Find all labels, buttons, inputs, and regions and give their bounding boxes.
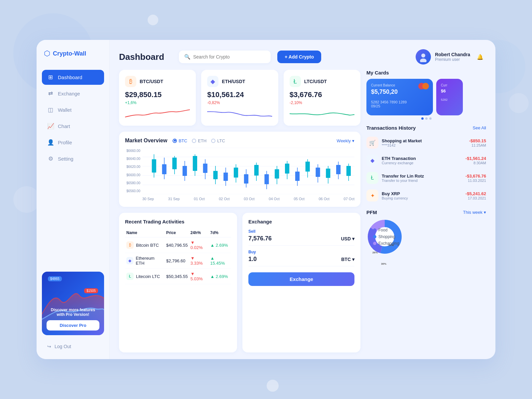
sidebar-label-dashboard: Dashboard	[58, 74, 82, 80]
sell-value: 7,576.76	[248, 235, 272, 242]
logo-text: Crypto-Wall	[53, 50, 86, 57]
transactions-list: 🛒 Shopping at Market ****3142 -$850.15 1…	[366, 134, 486, 204]
pfm-period[interactable]: This week ▾	[463, 210, 486, 215]
tab-eth[interactable]: ETH	[192, 138, 206, 143]
tx-amount: -$1,561.24	[466, 156, 486, 161]
ltc-pair: LTC/USDT	[304, 79, 327, 84]
svg-rect-53	[306, 162, 310, 172]
card-dot-1[interactable]	[421, 117, 424, 120]
card2-number: 5282	[441, 98, 458, 101]
wallet-icon: ◫	[47, 106, 54, 113]
buy-currency-selector[interactable]: BTC ▾	[341, 257, 354, 262]
sidebar-item-setting[interactable]: ⚙ Setting	[42, 151, 104, 166]
sidebar-item-chart[interactable]: 📈 Chart	[42, 119, 104, 134]
tx-amount: -$850.15	[469, 138, 486, 143]
sell-currency-selector[interactable]: USD ▾	[341, 236, 354, 241]
sell-label: Sell	[248, 229, 354, 234]
tx-shop-icon: 🛒	[366, 137, 378, 149]
ltc-card: Ł LTC/USDT $3,676.76 -2,10%	[284, 70, 360, 126]
bottom-row: Recent Trading Activities Name Price 24h…	[119, 213, 360, 352]
sidebar-item-profile[interactable]: 👤 Profile	[42, 135, 104, 150]
legend-exchanging: Exchanging	[373, 241, 399, 246]
col-7d: 7d%	[209, 228, 231, 237]
coin-row: Ł Litecoin LTC	[126, 273, 164, 280]
buy-value: 1.0	[248, 256, 257, 263]
search-icon: 🔍	[184, 54, 191, 60]
profile-icon: 👤	[47, 139, 54, 146]
see-all-transactions[interactable]: See All	[473, 125, 486, 130]
chevron-down-icon: ▾	[352, 236, 354, 241]
sidebar-item-exchange[interactable]: ⇄ Exchange	[42, 86, 104, 101]
sidebar-item-dashboard[interactable]: ⊞ Dashboard	[42, 70, 104, 85]
table-row: ₿ Bitcoin BTC $40,796.55 ▼ 0.02% ▲ 2.69%	[125, 237, 231, 253]
chevron-down-icon: ▾	[352, 138, 354, 143]
svg-rect-51	[295, 172, 300, 181]
card-blue: Current Balance $5,750,20 5282 3456 7890…	[366, 79, 433, 115]
dashboard-grid: ₿ BTC/USDT $29,850.15 +1,6% ◆ ET	[110, 70, 495, 359]
tx-time: 11:25AM	[469, 143, 486, 147]
avatar	[416, 49, 431, 65]
sell-row: 7,576.76 USD ▾	[248, 235, 354, 246]
tab-btc[interactable]: BTC	[173, 138, 187, 143]
promo-card: $4865 $1505 Discover more features with …	[42, 272, 104, 335]
card-balance: $5,750,20	[371, 88, 428, 95]
tx-right: -$1,561.24 8:30AM	[466, 156, 486, 165]
pfm-section: PFM This week ▾	[366, 209, 486, 255]
tx-sub: Currency exchange	[382, 161, 462, 165]
tx-time: 8:30AM	[466, 161, 486, 165]
add-crypto-button[interactable]: + Add Crypto	[277, 51, 321, 63]
candlestick-area: 30 Sep 31 Sep 01 Oct 02 Oct 03 Oct 04 Oc…	[142, 148, 354, 201]
weekly-selector[interactable]: Weekly ▾	[337, 138, 354, 143]
transaction-item: Ł Transfer for Lin Rotz Transfer to your…	[366, 169, 486, 187]
svg-rect-37	[223, 173, 228, 181]
main-content: Dashboard 🔍 + Add Crypto Robert Chandra …	[110, 40, 495, 359]
transactions-title: Transactions History	[366, 125, 416, 131]
dashboard-icon: ⊞	[47, 74, 54, 81]
tx-info: Buy XRP Buying currency	[382, 191, 462, 200]
tx-sub: Transfer to your friend	[382, 179, 462, 183]
radio-ltc	[211, 139, 215, 143]
crypto-cards-row: ₿ BTC/USDT $29,850.15 +1,6% ◆ ET	[119, 70, 360, 126]
tx-info: Transfer for Lin Rotz Transfer to your f…	[382, 174, 462, 183]
exchange-title: Exchange	[248, 219, 354, 224]
user-name: Robert Chandra	[435, 52, 470, 57]
card-dot-2[interactable]	[425, 117, 428, 120]
buy-row: 1.0 BTC ▾	[248, 256, 354, 266]
trading-section: Recent Trading Activities Name Price 24h…	[119, 213, 237, 352]
svg-point-7	[420, 59, 427, 62]
x-axis: 30 Sep 31 Sep 01 Oct 02 Oct 03 Oct 04 Oc…	[142, 197, 354, 201]
sidebar-label-wallet: Wallet	[58, 107, 71, 113]
tx-name: ETH Transaction	[382, 156, 462, 161]
col-name: Name	[125, 228, 165, 237]
search-input[interactable]	[193, 54, 265, 60]
tx-name: Buy XRP	[382, 191, 462, 196]
notification-button[interactable]: 🔔	[474, 51, 486, 63]
pfm-chart-container: 30% 54% 26% Food	[366, 218, 486, 255]
pfm-legend: Food Shopping Exchanging	[373, 228, 399, 246]
transaction-item: 🛒 Shopping at Market ****3142 -$850.15 1…	[366, 134, 486, 152]
exchange-button[interactable]: Exchange	[248, 272, 354, 286]
card-dot-3[interactable]	[429, 117, 432, 120]
svg-rect-31	[193, 156, 197, 171]
radio-btc	[173, 139, 177, 143]
candlestick-chart	[142, 148, 354, 194]
svg-rect-43	[254, 165, 259, 176]
svg-point-6	[421, 54, 425, 58]
tx-right: -$3,676.76 11.03.2021	[466, 174, 486, 183]
sidebar: ⬡ Crypto-Wall ⊞ Dashboard ⇄ Exchange ◫ W…	[37, 40, 110, 359]
promo-text: Discover more features with Pro Version!	[47, 308, 99, 317]
change24: ▼ 0.02%	[191, 240, 203, 250]
cards-container: Current Balance $5,750,20 5282 3456 7890…	[366, 79, 486, 115]
svg-rect-59	[336, 165, 340, 174]
shopping-dot	[373, 235, 376, 238]
tab-ltc[interactable]: LTC	[211, 138, 225, 143]
svg-rect-57	[326, 169, 330, 178]
logout-item[interactable]: ↪ Log Out	[42, 340, 104, 352]
food-dot	[373, 228, 376, 232]
trading-title: Recent Trading Activities	[125, 219, 231, 224]
btc-price: $29,850.15	[125, 90, 190, 99]
discover-pro-button[interactable]: Discover Pro	[47, 320, 99, 331]
radio-eth	[192, 139, 196, 143]
setting-icon: ⚙	[47, 155, 54, 162]
sidebar-item-wallet[interactable]: ◫ Wallet	[42, 102, 104, 117]
